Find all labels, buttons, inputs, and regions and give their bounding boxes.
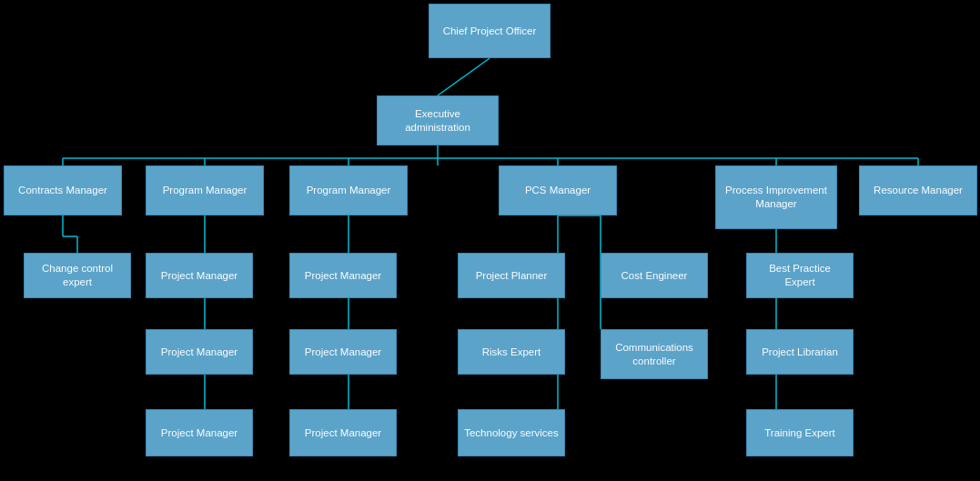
org-chart: Chief Project Officer Executive administ… bbox=[0, 0, 980, 481]
node-exec: Executive administration bbox=[377, 95, 499, 145]
node-costengineer: Cost Engineer bbox=[601, 253, 708, 298]
node-pm1b: Project Manager bbox=[146, 329, 253, 375]
node-chief: Chief Project Officer bbox=[429, 4, 551, 58]
node-prog1: Program Manager bbox=[146, 165, 264, 215]
node-risks: Risks Expert bbox=[458, 329, 565, 375]
node-prog2: Program Manager bbox=[289, 165, 408, 215]
node-contracts: Contracts Manager bbox=[4, 165, 122, 215]
node-pm2b: Project Manager bbox=[289, 329, 397, 375]
node-librarian: Project Librarian bbox=[746, 329, 854, 375]
node-pm2c: Project Manager bbox=[289, 409, 397, 456]
node-planner: Project Planner bbox=[458, 253, 565, 298]
node-bestpractice: Best Practice Expert bbox=[746, 253, 854, 298]
node-pm1a: Project Manager bbox=[146, 253, 253, 298]
node-comms: Communications controller bbox=[601, 329, 708, 379]
node-process: Process Improvement Manager bbox=[715, 165, 837, 229]
node-pm1c: Project Manager bbox=[146, 409, 253, 456]
svg-line-0 bbox=[438, 58, 490, 95]
node-change: Change control expert bbox=[24, 253, 131, 298]
node-pcs: PCS Manager bbox=[499, 165, 617, 215]
node-resource: Resource Manager bbox=[859, 165, 977, 215]
node-pm2a: Project Manager bbox=[289, 253, 397, 298]
node-techservices: Technology services bbox=[458, 409, 565, 456]
node-training: Training Expert bbox=[746, 409, 854, 456]
